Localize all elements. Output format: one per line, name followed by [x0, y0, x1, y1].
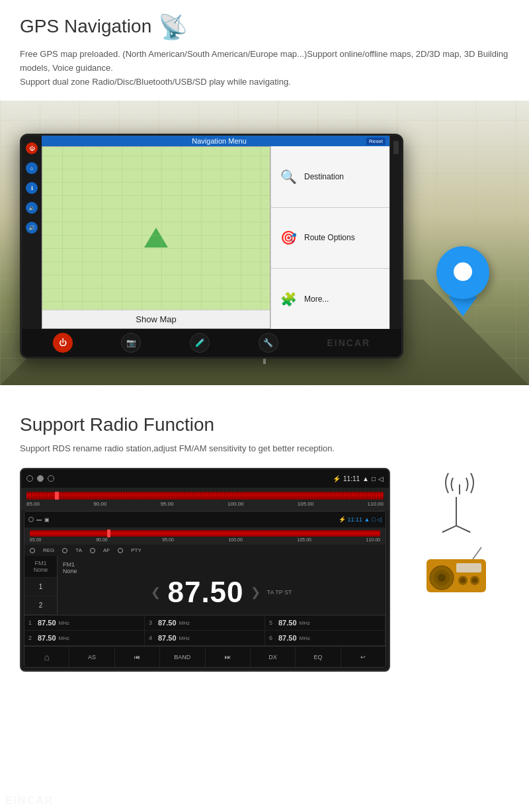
nav-home[interactable]: ⌂	[24, 647, 69, 667]
more-icon: 🧩	[278, 289, 299, 310]
svg-point-3	[438, 574, 446, 582]
preset-button-2[interactable]: 2	[24, 596, 57, 615]
antenna-base-left	[456, 525, 471, 533]
freq-prev-arrow[interactable]: ❮	[151, 585, 161, 600]
car-unit-mockup: ⏻ ⌂ ℹ 🔉 🔊 Navigation Menu Reset Show Ma	[0, 101, 529, 385]
pty-label: PTY	[131, 547, 142, 553]
vol-down-button[interactable]: 🔉	[26, 202, 38, 214]
topbar-dot-2	[37, 475, 44, 482]
time-display: 11:11	[343, 475, 360, 482]
power-button[interactable]: ⏻	[26, 142, 38, 154]
radio-device: ⚡ 11:11 ▲ □ ◁ 85.00 90.00 95.00 100.00	[20, 468, 390, 672]
inner-topbar-right: ⚡ 11:11 ▲ □ ◁	[339, 516, 382, 523]
settings-toolbar-button[interactable]: 🔧	[259, 333, 278, 353]
screen-header: Navigation Menu Reset	[42, 136, 389, 146]
preset-num-6: 6	[269, 635, 276, 641]
freq-label-5: 105.00	[298, 501, 313, 507]
af-label: AF	[103, 547, 110, 553]
physical-radio-icon	[423, 546, 489, 596]
preset-num-2: 2	[28, 635, 35, 641]
info-side-button[interactable]: ℹ	[26, 182, 38, 194]
antenna-base-right	[442, 525, 457, 533]
preset-cell-1[interactable]: 1 87.50 MHz	[24, 615, 145, 631]
back-icon: ◁	[378, 475, 384, 482]
inner-freq-2: 90.00	[96, 537, 108, 542]
reg-dot	[30, 548, 35, 553]
radio-station-name: FM1 None	[63, 561, 380, 574]
show-map-button[interactable]: Show Map	[42, 310, 270, 328]
radio-freq-display: ❮ 87.50 ❯ TA TP ST	[63, 576, 380, 609]
nav-next[interactable]: ⏭	[206, 647, 251, 667]
radio-bottom-nav: ⌂ AS ⏮ BAND ⏭ DX EQ ↩	[24, 646, 386, 667]
inner-freq-slider: 85.00 90.00 95.00 100.00 105.00 110.00	[24, 527, 386, 545]
radio-outer-topbar: ⚡ 11:11 ▲ □ ◁	[21, 469, 389, 488]
pty-dot	[118, 548, 123, 553]
preset-freq-5: 87.50	[278, 619, 297, 627]
gps-section: GPS Navigation 📡 Free GPS map preloaded.…	[0, 0, 529, 89]
radio-svg	[423, 546, 489, 596]
car-device: ⏻ ⌂ ℹ 🔉 🔊 Navigation Menu Reset Show Ma	[20, 134, 403, 359]
freq-stripes	[26, 492, 384, 500]
topbar-dot-3	[48, 475, 54, 482]
preset-cell-2[interactable]: 2 87.50 MHz	[24, 631, 145, 646]
inner-freq-4: 100.00	[228, 537, 242, 542]
inner-freq-labels: 85.00 90.00 95.00 100.00 105.00 110.00	[30, 537, 380, 542]
preset-button-1[interactable]: 1	[24, 578, 57, 596]
preset-mhz-2: MHz	[59, 635, 69, 641]
inner-time: 11:11	[348, 516, 364, 523]
radio-frequency: 87.50	[167, 576, 243, 609]
preset-freq-4: 87.50	[158, 634, 177, 642]
nav-prev[interactable]: ⏮	[115, 647, 160, 667]
radio-main: FM1None 1 2 FM1 None ❮ 87.50 ❯	[24, 556, 386, 615]
nav-eq[interactable]: EQ	[296, 647, 341, 667]
device-toolbar: ⏻ 📷 🧪 🔧 EINCAR	[22, 329, 401, 357]
svg-rect-4	[456, 563, 481, 572]
inner-topbar: ••• ▣ ⚡ 11:11 ▲ □ ◁	[24, 512, 386, 527]
freq-next-arrow[interactable]: ❯	[251, 585, 261, 600]
pin-tail	[448, 296, 477, 316]
screen-content: Show Map 🔍 Destination 🎯 Route Options	[42, 146, 389, 329]
radio-display: FM1 None ❮ 87.50 ❯ TA TP ST	[58, 556, 386, 615]
media-toolbar-button[interactable]: 📷	[121, 333, 141, 353]
location-pin	[436, 246, 489, 306]
reset-button[interactable]: Reset	[366, 138, 386, 145]
window-icon: □	[372, 475, 376, 482]
antenna-icon	[436, 468, 476, 526]
nav-dx[interactable]: DX	[251, 647, 296, 667]
inner-freq-5: 105.00	[298, 537, 311, 542]
route-options-label: Route Options	[304, 233, 355, 242]
preset-cell-4[interactable]: 4 87.50 MHz	[145, 631, 265, 646]
preset-cell-5[interactable]: 5 87.50 MHz	[265, 615, 386, 631]
vol-up-button[interactable]: 🔊	[26, 222, 38, 234]
destination-icon: 🔍	[278, 166, 299, 187]
power-toolbar-button[interactable]: ⏻	[53, 333, 73, 353]
preset-cell-3[interactable]: 3 87.50 MHz	[145, 615, 265, 631]
more-menu-item[interactable]: 🧩 More...	[271, 269, 389, 329]
topbar-left	[26, 475, 54, 482]
home-side-button[interactable]: ⌂	[26, 162, 38, 174]
freq-label-4: 100.00	[227, 501, 243, 507]
nav-band[interactable]: BAND	[160, 647, 205, 667]
preset-freq-1: 87.50	[38, 619, 56, 627]
pin-inner	[454, 263, 472, 281]
nav-back[interactable]: ↩	[341, 647, 386, 667]
station-none: None	[63, 568, 77, 574]
nav-as[interactable]: AS	[69, 647, 114, 667]
route-options-menu-item[interactable]: 🎯 Route Options	[271, 208, 389, 269]
screen-title: Navigation Menu	[72, 137, 366, 145]
nav-arrow	[144, 228, 168, 248]
bluetooth-icon: ⚡	[333, 475, 341, 482]
freq-track	[26, 492, 384, 500]
antenna-waves	[436, 468, 476, 494]
preset-freq-3: 87.50	[158, 619, 177, 627]
volume-button[interactable]	[393, 141, 399, 154]
preset-num-4: 4	[149, 635, 155, 641]
flask-toolbar-button[interactable]: 🧪	[190, 333, 210, 353]
nav-menu: 🔍 Destination 🎯 Route Options 🧩 More...	[270, 146, 389, 329]
preset-mhz-1: MHz	[59, 620, 69, 626]
svg-line-9	[473, 547, 481, 559]
inner-dot-icon: •••	[36, 517, 42, 523]
preset-cell-6[interactable]: 6 87.50 MHz	[265, 631, 386, 646]
radio-inner: ••• ▣ ⚡ 11:11 ▲ □ ◁	[24, 511, 386, 668]
destination-menu-item[interactable]: 🔍 Destination	[271, 146, 389, 207]
